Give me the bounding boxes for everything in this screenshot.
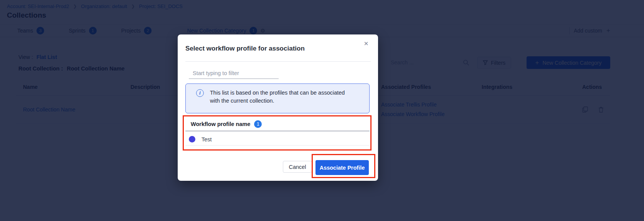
cancel-button[interactable]: Cancel bbox=[283, 161, 312, 173]
screen: Account: SEI-Internal-Prod2 ❯ Organizati… bbox=[0, 0, 644, 221]
profile-option-test[interactable]: Test bbox=[185, 133, 370, 146]
workflow-profile-list-header: Workflow profile name 1 bbox=[191, 120, 262, 128]
radio-selected-icon[interactable] bbox=[189, 136, 195, 142]
info-callout-text: This list is based on the profiles that … bbox=[210, 89, 353, 105]
info-icon: i bbox=[196, 89, 204, 97]
profile-filter-input[interactable] bbox=[189, 67, 279, 79]
dialog-title: Select workflow profile for association bbox=[185, 45, 305, 52]
list-header-label: Workflow profile name bbox=[191, 121, 250, 127]
divider bbox=[185, 130, 370, 132]
divider bbox=[185, 61, 371, 62]
info-callout: i This list is based on the profiles tha… bbox=[185, 83, 370, 113]
count-badge: 1 bbox=[254, 120, 262, 128]
close-icon[interactable]: ✕ bbox=[361, 39, 371, 49]
profile-option-label: Test bbox=[201, 136, 212, 142]
associate-profile-button[interactable]: Associate Profile bbox=[315, 160, 369, 175]
select-workflow-profile-dialog: Select workflow profile for association … bbox=[178, 34, 378, 181]
